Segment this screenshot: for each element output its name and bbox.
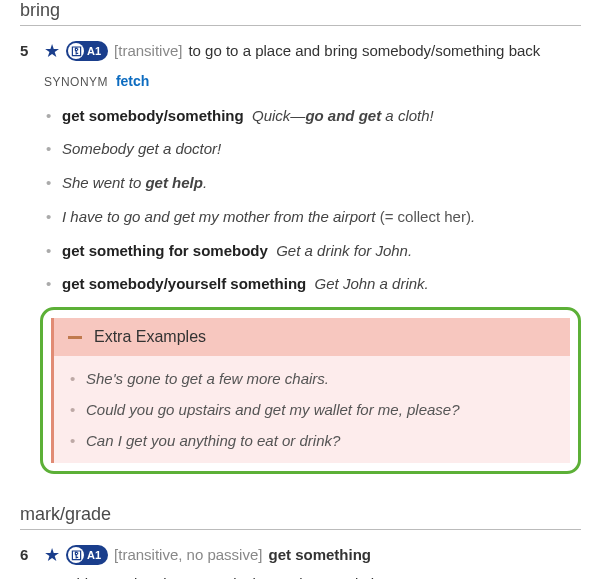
synonym-row: SYNONYM fetch <box>44 73 581 89</box>
extra-example-item: She's gone to get a few more chairs. <box>68 370 556 387</box>
key-icon: ⚿ <box>68 43 84 59</box>
grammar-label: [transitive] <box>114 40 182 63</box>
section-heading-mark-grade: mark/grade <box>20 504 581 530</box>
example-item: get somebody/something Quick—go and get … <box>44 105 581 127</box>
key-icon: ⚿ <box>68 547 84 563</box>
definition-line: ★ ⚿ A1 [transitive, no passive] get some… <box>44 544 581 579</box>
example-item: Somebody get a doctor! <box>44 138 581 160</box>
synonym-link[interactable]: fetch <box>116 73 149 89</box>
usage-pattern: get something <box>268 544 371 567</box>
usage-pattern: get somebody/yourself something <box>62 275 306 292</box>
sense-body: ★ ⚿ A1 [transitive] to go to a place and… <box>44 40 581 474</box>
synonym-label: SYNONYM <box>44 75 108 89</box>
extra-example-item: Can I get you anything to eat or drink? <box>68 432 556 449</box>
example-text: Get John a drink. <box>315 275 429 292</box>
extra-example-item: Could you go upstairs and get my wallet … <box>68 401 556 418</box>
definition-text: to go to a place and bring somebody/some… <box>188 40 540 63</box>
example-item: She went to get help. <box>44 172 581 194</box>
sense-body: ★ ⚿ A1 [transitive, no passive] get some… <box>44 544 581 579</box>
highlight-frame: Extra Examples She's gone to get a few m… <box>40 307 581 474</box>
definition-line: ★ ⚿ A1 [transitive] to go to a place and… <box>44 40 581 63</box>
star-icon: ★ <box>44 546 60 564</box>
star-icon: ★ <box>44 42 60 60</box>
minus-icon <box>68 336 82 339</box>
extra-example-list: She's gone to get a few more chairs. Cou… <box>54 356 570 463</box>
gloss: (= collect her) <box>380 208 471 225</box>
grammar-label: [transitive, no passive] <box>114 544 262 567</box>
sense-number: 5 <box>20 40 34 59</box>
sense-5: 5 ★ ⚿ A1 [transitive] to go to a place a… <box>20 40 581 474</box>
example-item: I have to go and get my mother from the … <box>44 206 581 228</box>
example-item: get something for somebody Get a drink f… <box>44 240 581 262</box>
cefr-level: A1 <box>84 547 106 564</box>
example-text: Get a drink for John. <box>276 242 412 259</box>
example-item: get somebody/yourself something Get John… <box>44 273 581 295</box>
section-heading-bring: bring <box>20 0 581 26</box>
sense-6: 6 ★ ⚿ A1 [transitive, no passive] get so… <box>20 544 581 579</box>
sense-number: 6 <box>20 544 34 563</box>
extra-examples-box: Extra Examples She's gone to get a few m… <box>51 318 570 463</box>
oxford-key-badge[interactable]: ⚿ A1 <box>66 545 108 565</box>
usage-pattern: get somebody/something <box>62 107 244 124</box>
extra-examples-title: Extra Examples <box>94 328 206 346</box>
oxford-key-badge[interactable]: ⚿ A1 <box>66 41 108 61</box>
cefr-level: A1 <box>84 43 106 60</box>
example-text: Quick—go and get a cloth! <box>252 107 434 124</box>
example-list: get somebody/something Quick—go and get … <box>44 105 581 296</box>
definition-text: to achieve or be given a particular mark… <box>44 573 444 580</box>
extra-examples-toggle[interactable]: Extra Examples <box>54 318 570 356</box>
usage-pattern: get something for somebody <box>62 242 268 259</box>
